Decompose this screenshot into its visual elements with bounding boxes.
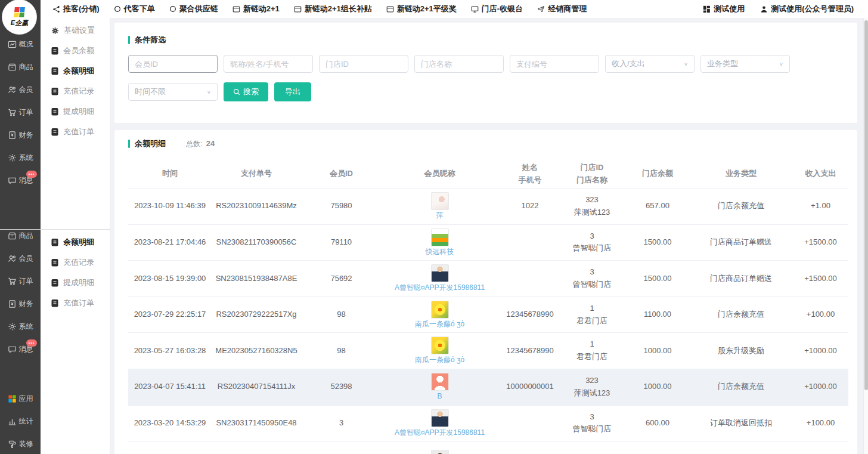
table-row: 2023-05-27 16:03:28 ME20230527160328N5 9…	[128, 333, 848, 369]
cell-pay-no: ME20230527160328N5	[212, 345, 301, 357]
finance-icon	[8, 299, 17, 308]
topnav-daike[interactable]: 代客下单	[114, 4, 155, 14]
nickname-link[interactable]: 南瓜一条藤ό ʒὸ	[415, 320, 464, 329]
avatar	[431, 450, 449, 454]
topnav-dealer[interactable]: 经销商管理	[537, 4, 587, 14]
table-row-partial: 3	[128, 441, 848, 454]
topnav-label: 推客(分销)	[63, 4, 100, 14]
total-value: 24	[206, 139, 215, 148]
topnav-liandong-pingji[interactable]: 新链动2+1平级奖	[386, 4, 457, 14]
subsidebar-item-balance-detail[interactable]: 余额明细	[41, 61, 110, 81]
members-icon	[8, 85, 17, 94]
subsidebar-item-commission-detail[interactable]: 提成明细	[41, 101, 110, 122]
cell-amount: +1000.00	[789, 381, 852, 393]
cell-store: 1 君君门店	[562, 338, 622, 363]
subsidebar-item-commission-detail-2[interactable]: 提成明细	[41, 273, 110, 293]
sidebar-item-decorate[interactable]: 装修	[0, 433, 41, 454]
cell-biz-type: 门店余额充值	[693, 381, 789, 393]
subsidebar-item-recharge-records[interactable]: 充值记录	[41, 81, 110, 101]
cell-biz-type: 门店商品订单赠送	[693, 236, 789, 249]
goods-icon	[8, 231, 17, 240]
sidebar-item-members-2[interactable]: 会员	[0, 247, 41, 270]
cell-balance: 1500.00	[622, 273, 693, 285]
cell-biz-type: 门店余额充值	[693, 200, 789, 212]
nickname-link[interactable]: 萍	[436, 211, 444, 221]
goods-icon	[8, 63, 17, 72]
subsidebar-item-recharge-orders-2[interactable]: 充值订单	[41, 293, 110, 313]
sidebar-item-members[interactable]: 会员	[0, 78, 41, 101]
nickname-input[interactable]	[224, 55, 313, 73]
topnav-liandong[interactable]: 新链动2+1	[232, 4, 280, 14]
pay-no-input[interactable]	[510, 55, 599, 73]
subsidebar-item-recharge-orders[interactable]: 充值订单	[41, 122, 110, 142]
sidebar-item-messages[interactable]: 消息 •••	[0, 169, 41, 192]
sidebar-item-orders[interactable]: 订单	[0, 101, 41, 123]
store-id-input[interactable]	[319, 55, 408, 73]
cell-amount: +100.00	[789, 308, 852, 321]
income-expense-select[interactable]: 收入/支出 ∨	[605, 55, 695, 73]
table-row: 2023-08-21 17:04:46 SN230821170390056C 7…	[128, 225, 848, 261]
cell-time: 2023-05-27 16:03:28	[128, 345, 212, 357]
topnav-supply[interactable]: 聚合供应链	[169, 4, 218, 14]
cell-nickname: A曾智聪¤APP开发15986811	[382, 261, 498, 297]
biz-type-select[interactable]: 业务类型 ∨	[700, 55, 790, 73]
sidebar-item-overview[interactable]: 概况	[0, 33, 41, 55]
sidebar-item-finance-2[interactable]: 财务	[0, 292, 41, 315]
overview-icon	[8, 40, 17, 49]
table-title: 余额明细 总数: 24	[128, 138, 857, 149]
topnav-tuike[interactable]: 推客(分销)	[52, 4, 100, 14]
secondary-sidebar: 基础设置 会员余额 余额明细 充值记录 提成明细 充值订单	[41, 18, 110, 454]
app-logo[interactable]: E企赢	[2, 0, 36, 34]
nickname-link[interactable]: A曾智聪¤APP开发15986811	[395, 283, 485, 293]
subsidebar-label: 充值记录	[63, 86, 94, 97]
vertical-scrollbar[interactable]	[863, 18, 868, 454]
test-use-button[interactable]: 测试使用	[703, 4, 745, 14]
select-value: 时间不限	[135, 87, 166, 97]
store-name-input[interactable]	[414, 55, 504, 73]
chat-icon	[8, 345, 17, 354]
account-menu[interactable]: 测试使用(公众号管理员)	[760, 4, 854, 14]
subsidebar-item-basic-settings[interactable]: 基础设置	[41, 20, 110, 41]
subsidebar-label: 会员余额	[63, 45, 94, 56]
monitor-icon	[471, 5, 479, 13]
subsidebar-item-member-balance[interactable]: 会员余额	[41, 41, 110, 61]
sidebar-item-goods-2[interactable]: 商品	[0, 224, 41, 247]
sidebar-item-finance[interactable]: 财务	[0, 123, 41, 146]
nickname-link[interactable]: 快远科技	[426, 248, 454, 257]
document-icon	[51, 258, 58, 267]
select-value: 收入/支出	[612, 58, 645, 69]
scrollbar-thumb[interactable]	[864, 20, 868, 390]
sidebar-item-system[interactable]: 系统	[0, 146, 41, 169]
chevron-down-icon: ∨	[779, 61, 783, 67]
table-row: 2023-10-09 11:46:39 RS20231009114639Mz 7…	[128, 189, 848, 225]
apps-icon	[8, 394, 17, 403]
message-badge: •••	[26, 171, 37, 178]
sidebar-item-system-2[interactable]: 系统	[0, 315, 41, 338]
nickname-link[interactable]: B	[437, 392, 442, 402]
document-icon	[51, 238, 58, 246]
subsidebar-item-recharge-records-2[interactable]: 充值记录	[41, 252, 110, 273]
topnav-liandong-butie[interactable]: 新链动2+1组长补贴	[294, 4, 372, 14]
time-range-select[interactable]: 时间不限 ∨	[128, 83, 218, 101]
member-id-input[interactable]	[128, 55, 218, 73]
sidebar-item-orders-2[interactable]: 订单	[0, 270, 41, 292]
table-row: 2023-03-20 14:53:29 SN2303171450950E48 3…	[128, 406, 848, 442]
col-time: 时间	[128, 168, 212, 180]
subsidebar-item-balance-detail-2[interactable]: 余额明细	[41, 232, 110, 252]
nickname-link[interactable]: A曾智聪¤APP开发15986811	[395, 428, 485, 438]
cell-biz-type: 股东升级奖励	[693, 345, 789, 357]
sidebar-item-label: 会员	[19, 254, 33, 264]
col-store: 门店ID 门店名称	[562, 162, 622, 187]
search-button[interactable]: 搜索	[224, 82, 268, 101]
topbar-right: 测试使用 测试使用(公众号管理员)	[703, 4, 868, 14]
nickname-link[interactable]: 南瓜一条藤ό ʒὸ	[415, 356, 464, 365]
sidebar-item-stats[interactable]: 统计	[0, 410, 41, 433]
sidebar-item-goods[interactable]: 商品	[0, 55, 41, 78]
subsidebar-label: 充值订单	[63, 298, 94, 308]
sidebar-item-apps[interactable]: 应用	[0, 387, 41, 410]
cell-store: 3 曾智聪门店	[562, 230, 622, 255]
accent-bar	[128, 36, 130, 44]
export-button[interactable]: 导出	[274, 82, 311, 101]
topnav-cashier[interactable]: 门店-收银台	[471, 4, 523, 14]
sidebar-item-messages-2[interactable]: 消息 •••	[0, 338, 41, 360]
